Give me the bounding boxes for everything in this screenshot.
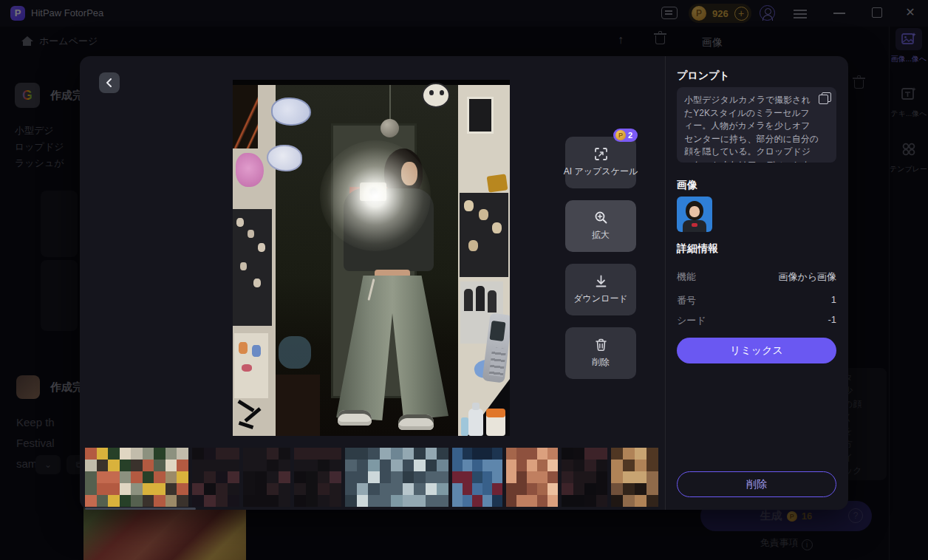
- photo-sticker-cloud: [271, 98, 311, 126]
- zoom-in-icon: [594, 211, 608, 225]
- strip-thumbnail[interactable]: [192, 448, 239, 507]
- trash-icon: [594, 338, 608, 352]
- upscale-cost-badge: P 2: [613, 129, 638, 142]
- zoom-button[interactable]: 拡大: [565, 200, 636, 252]
- ai-upscale-button[interactable]: AI アップスケール: [565, 137, 636, 188]
- upscale-expand-icon: [594, 147, 608, 161]
- photo-floor-items: [276, 375, 320, 436]
- copy-icon[interactable]: [822, 92, 831, 102]
- photo-right-frame: [458, 85, 510, 436]
- delete-button[interactable]: 削除: [677, 471, 836, 497]
- strip-scrollbar[interactable]: [85, 508, 196, 510]
- photo-flash-glow: [320, 140, 431, 251]
- back-button[interactable]: [99, 72, 120, 93]
- details-section-title: 詳細情報: [677, 242, 718, 256]
- photo-top-band: [233, 80, 510, 85]
- prompt-section-title: プロンプト: [677, 69, 730, 83]
- detail-row-number: 番号 1: [677, 294, 836, 307]
- strip-thumbnail[interactable]: [611, 448, 658, 507]
- photo-mirror: [276, 85, 458, 436]
- remix-button[interactable]: リミックス: [677, 338, 836, 363]
- photo-bottle-white: [468, 409, 483, 436]
- photo-disco-ball: [381, 119, 399, 137]
- thumbnail-strip: [85, 448, 663, 507]
- strip-thumbnail[interactable]: [243, 448, 290, 507]
- coin-icon: P: [615, 130, 626, 140]
- strip-thumbnail[interactable]: [294, 448, 341, 507]
- app-window: P HitPaw FotorPea P 926 + ✕ ホームページ ↑ 画像: [0, 0, 928, 560]
- source-image-thumbnail[interactable]: [677, 197, 712, 232]
- strip-thumbnail[interactable]: [85, 448, 188, 507]
- image-section-title: 画像: [677, 179, 697, 192]
- chevron-left-icon: [105, 78, 114, 87]
- panel-divider: [665, 56, 666, 510]
- photo-sticker-cloud2: [267, 145, 302, 171]
- download-icon: [594, 274, 608, 288]
- detail-row-seed: シード -1: [677, 314, 836, 327]
- prompt-text: 小型デジタルカメラで撮影されたY2Kスタイルのミラーセルフィー。人物がカメラを少…: [684, 94, 819, 163]
- image-detail-modal: P 2 AI アップスケール 拡大 ダウンロード 削除 プロンプト 小型デジタル…: [80, 56, 848, 510]
- photo-sneaker-left: [338, 410, 372, 426]
- strip-thumbnail[interactable]: [345, 448, 448, 507]
- delete-image-button[interactable]: 削除: [565, 327, 636, 379]
- photo-hanging-cord: [389, 85, 391, 123]
- strip-thumbnail[interactable]: [452, 448, 502, 507]
- detail-panel: プロンプト 小型デジタルカメラで撮影されたY2Kスタイルのミラーセルフィー。人物…: [677, 56, 836, 510]
- strip-thumbnail[interactable]: [562, 448, 607, 507]
- prompt-box[interactable]: 小型デジタルカメラで撮影されたY2Kスタイルのミラーセルフィー。人物がカメラを少…: [677, 87, 836, 163]
- detail-row-feature: 機能 画像から画像: [677, 270, 836, 284]
- photo-sticker-face: [422, 83, 450, 108]
- photo-sneaker-right: [398, 414, 434, 430]
- strip-thumbnail[interactable]: [506, 448, 558, 507]
- generated-image-preview[interactable]: [233, 80, 510, 436]
- photo-left-frame: [233, 85, 276, 436]
- download-button[interactable]: ダウンロード: [565, 264, 636, 315]
